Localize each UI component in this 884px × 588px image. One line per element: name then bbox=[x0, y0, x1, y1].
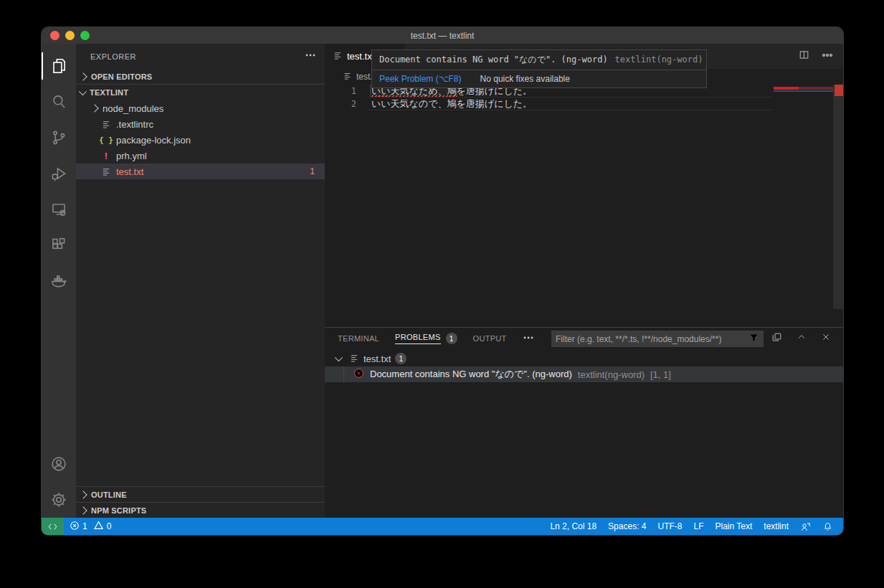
language-mode-status[interactable]: Plain Text bbox=[710, 518, 759, 535]
minimap[interactable] bbox=[774, 86, 833, 93]
tab-output[interactable]: OUTPUT bbox=[473, 328, 507, 349]
code-line-2[interactable]: 2 いい天気なので、鳩を唐揚げにした。 bbox=[325, 98, 843, 110]
feedback-icon[interactable] bbox=[794, 518, 817, 535]
extensions-icon[interactable] bbox=[42, 227, 76, 263]
no-quick-fixes-label: No quick fixes available bbox=[480, 74, 570, 84]
duplicate-panel-icon[interactable] bbox=[771, 331, 783, 346]
line-number: 1 bbox=[325, 86, 356, 96]
hover-tooltip: Document contains NG word "なので". (ng-wor… bbox=[371, 49, 707, 88]
line-number: 2 bbox=[325, 99, 356, 109]
file-row-prh-yml[interactable]: ! prh.yml bbox=[76, 148, 325, 163]
minimap-text-mark bbox=[774, 90, 833, 92]
chevron-right-icon bbox=[79, 506, 87, 514]
filter-input[interactable] bbox=[556, 334, 748, 344]
chevron-down-icon bbox=[335, 354, 343, 361]
minimize-window-button[interactable] bbox=[65, 31, 75, 40]
explorer-icon[interactable] bbox=[42, 48, 76, 84]
tab-label: PROBLEMS bbox=[395, 333, 441, 344]
title-bar[interactable]: test.txt — textlint bbox=[42, 27, 843, 44]
file-icon bbox=[100, 119, 112, 129]
eol-status[interactable]: LF bbox=[688, 518, 709, 535]
warning-triangle-icon bbox=[93, 520, 104, 533]
file-row-textlintrc[interactable]: .textlintrc bbox=[76, 116, 325, 132]
problem-source: textlint(ng-word) bbox=[578, 369, 645, 380]
editor-more-actions-icon[interactable] bbox=[822, 49, 833, 64]
file-row-package-lock[interactable]: { } package-lock.json bbox=[76, 132, 325, 148]
encoding-status[interactable]: UTF-8 bbox=[652, 518, 688, 535]
filter-funnel-icon[interactable] bbox=[748, 332, 759, 346]
panel-more-tabs-icon[interactable] bbox=[523, 332, 534, 346]
workspace-section[interactable]: TEXTLINT bbox=[76, 85, 325, 100]
bottom-panel: TERMINAL PROBLEMS 1 OUTPUT bbox=[325, 327, 843, 518]
linter-status[interactable]: textlint bbox=[758, 518, 794, 535]
tab-label: OUTPUT bbox=[473, 334, 507, 343]
chevron-down-icon bbox=[79, 87, 87, 95]
file-name: test.txt bbox=[363, 354, 391, 364]
problems-file-group[interactable]: test.txt 1 bbox=[325, 351, 843, 366]
file-name: .textlintrc bbox=[116, 119, 153, 130]
code-editor[interactable]: 1 いい天気なため、鳩を唐揚げにした。 2 いい天気なので、鳩を唐揚げにした。 bbox=[325, 85, 843, 327]
problems-filter bbox=[551, 331, 764, 347]
tab-problems[interactable]: PROBLEMS 1 bbox=[395, 328, 457, 349]
problem-message: Document contains NG word "なので". (ng-wor… bbox=[370, 368, 572, 381]
panel-tab-bar: TERMINAL PROBLEMS 1 OUTPUT bbox=[325, 328, 843, 349]
indentation-status[interactable]: Spaces: 4 bbox=[602, 518, 652, 535]
file-name: package-lock.json bbox=[116, 135, 191, 146]
minimap-error-mark bbox=[774, 87, 799, 90]
explorer-sidebar: EXPLORER OPEN EDITORS TEXTLINT node_modu… bbox=[76, 44, 325, 518]
chevron-right-icon bbox=[79, 72, 87, 80]
docker-icon[interactable] bbox=[42, 263, 76, 299]
maximize-panel-chevron-up-icon[interactable] bbox=[796, 331, 807, 346]
file-icon bbox=[100, 166, 112, 176]
warning-count: 0 bbox=[107, 521, 112, 531]
problems-status[interactable]: 1 0 bbox=[64, 518, 117, 535]
editor-scrollbar[interactable] bbox=[833, 85, 843, 323]
npm-scripts-section[interactable]: NPM SCRIPTS bbox=[76, 502, 325, 518]
open-editors-label: OPEN EDITORS bbox=[91, 72, 152, 81]
outline-section[interactable]: OUTLINE bbox=[76, 486, 325, 502]
line-text: いい天気なので、鳩を唐揚げにした。 bbox=[371, 98, 532, 110]
problem-row[interactable]: Document contains NG word "なので". (ng-wor… bbox=[325, 366, 843, 382]
file-row-test-txt[interactable]: test.txt 1 bbox=[76, 163, 325, 179]
file-row-node-modules[interactable]: node_modules bbox=[76, 100, 325, 116]
activity-bar bbox=[42, 44, 76, 518]
traffic-lights bbox=[50, 31, 90, 40]
zoom-window-button[interactable] bbox=[80, 31, 90, 40]
error-circle-icon bbox=[353, 368, 364, 381]
npm-scripts-label: NPM SCRIPTS bbox=[91, 506, 146, 515]
file-name: test.txt bbox=[116, 166, 143, 177]
settings-gear-icon[interactable] bbox=[42, 482, 76, 518]
file-name: prh.yml bbox=[116, 151, 147, 161]
search-icon[interactable] bbox=[42, 84, 76, 120]
tab-terminal[interactable]: TERMINAL bbox=[338, 328, 379, 349]
tab-label: TERMINAL bbox=[338, 334, 379, 343]
source-control-icon[interactable] bbox=[42, 120, 76, 156]
json-icon: { } bbox=[100, 136, 112, 145]
accounts-icon[interactable] bbox=[42, 446, 76, 482]
indent-guide bbox=[343, 366, 344, 382]
chevron-right-icon bbox=[90, 104, 98, 112]
open-editors-section[interactable]: OPEN EDITORS bbox=[76, 69, 325, 85]
notifications-bell-icon[interactable] bbox=[817, 518, 839, 535]
cursor-position-status[interactable]: Ln 2, Col 18 bbox=[544, 518, 602, 535]
tab-label: test.txt bbox=[347, 51, 374, 62]
run-debug-icon[interactable] bbox=[42, 156, 76, 191]
file-icon bbox=[333, 50, 343, 62]
close-window-button[interactable] bbox=[50, 31, 60, 40]
remote-window-indicator[interactable] bbox=[42, 518, 64, 535]
sidebar-title: EXPLORER bbox=[90, 52, 136, 61]
split-editor-icon[interactable] bbox=[798, 49, 810, 64]
file-icon bbox=[343, 71, 352, 82]
file-icon bbox=[350, 353, 359, 365]
scrollbar-slider[interactable] bbox=[833, 85, 843, 309]
file-problems-badge: 1 bbox=[395, 353, 407, 364]
vscode-window: test.txt — textlint bbox=[41, 27, 844, 536]
minimap-error-mark-dim bbox=[799, 87, 833, 90]
window-title: test.txt — textlint bbox=[411, 31, 475, 41]
close-panel-icon[interactable] bbox=[820, 331, 832, 346]
peek-problem-link[interactable]: Peek Problem (⌥F8) bbox=[379, 74, 462, 84]
status-bar: 1 0 Ln 2, Col 18 Spaces: 4 UTF-8 LF Plai… bbox=[42, 518, 843, 535]
yml-icon: ! bbox=[100, 151, 112, 161]
explorer-more-actions-icon[interactable] bbox=[305, 49, 316, 64]
remote-explorer-icon[interactable] bbox=[42, 191, 76, 227]
